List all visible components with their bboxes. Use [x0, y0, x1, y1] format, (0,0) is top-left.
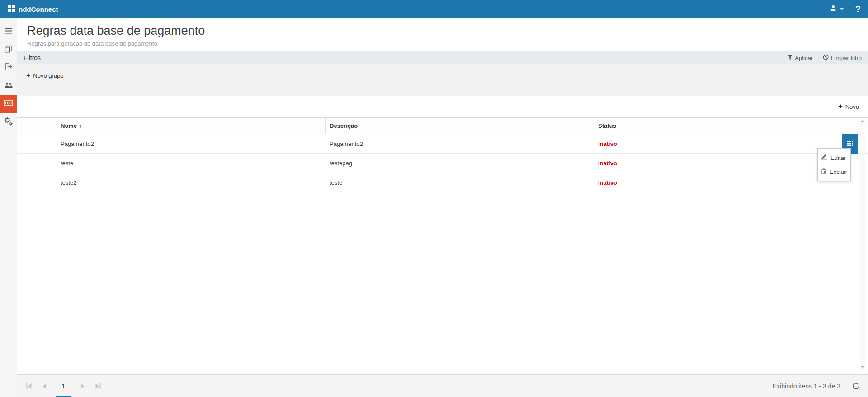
grid-toolbar: + Novo — [17, 96, 868, 117]
copy-icon — [5, 45, 12, 55]
cell-descricao: Pagamento2 — [326, 140, 594, 147]
plus-icon: + — [838, 103, 842, 110]
grid-header-row: Nome ↑ Descrição Status — [17, 118, 868, 134]
chevron-down-icon — [840, 8, 844, 10]
sidebar-item-documents[interactable] — [0, 41, 17, 59]
clear-filter-label: Limpar filtro — [831, 55, 862, 61]
pagination-bar: 1 Exibindo itens 1 - 3 de 3 — [17, 374, 868, 397]
ban-icon — [823, 54, 829, 61]
menu-item-editar-label: Editar — [830, 154, 846, 161]
cell-nome: teste2 — [57, 179, 326, 186]
sidebar-item-export[interactable] — [0, 59, 17, 77]
pager-first-button[interactable] — [25, 383, 33, 389]
data-grid: Nome ↑ Descrição Status Pagamento2 Pagam… — [17, 117, 868, 374]
page-title: Regras data base de pagamento — [27, 24, 868, 38]
brand-name: nddConnect — [19, 5, 58, 13]
sidebar-item-users[interactable] — [0, 77, 17, 95]
column-label-descricao: Descrição — [330, 122, 358, 129]
sidebar-item-payment-rules[interactable] — [0, 95, 17, 113]
edit-icon — [821, 154, 827, 162]
exit-icon — [5, 63, 12, 72]
refresh-button[interactable] — [852, 382, 860, 390]
row-context-menu: Editar Excluir — [817, 148, 851, 181]
filters-title: Filtros — [24, 54, 41, 61]
status-badge: Inativo — [598, 179, 617, 186]
menu-item-editar[interactable]: Editar — [819, 150, 849, 165]
cell-descricao: testepag — [326, 160, 594, 167]
help-button[interactable]: ? — [855, 5, 861, 14]
cell-nome: teste — [57, 160, 326, 167]
gears-icon — [4, 117, 13, 127]
status-badge: Inativo — [598, 140, 617, 147]
new-group-label: Novo grupo — [33, 72, 63, 79]
pager-prev-button[interactable] — [41, 383, 48, 389]
status-badge: Inativo — [598, 160, 617, 167]
apply-filter-button[interactable]: Aplicar — [788, 54, 813, 61]
column-header-status[interactable]: Status — [594, 118, 868, 134]
new-group-button[interactable]: + Novo grupo — [26, 72, 64, 79]
cell-descricao: teste — [326, 179, 594, 186]
table-row[interactable]: Pagamento2 Pagamento2 Inativo — [17, 134, 868, 154]
sidebar — [0, 18, 17, 397]
pager-info: Exibindo itens 1 - 3 de 3 — [773, 383, 840, 390]
clear-filter-button[interactable]: Limpar filtro — [823, 54, 862, 61]
main-content: Regras data base de pagamento Regras par… — [17, 18, 868, 397]
brand-logo[interactable]: nddConnect — [7, 4, 58, 14]
filters-body: + Novo grupo — [17, 64, 868, 96]
pager-next-button[interactable] — [79, 383, 86, 389]
vertical-scrollbar[interactable] — [860, 119, 865, 370]
banknote-icon — [4, 100, 13, 108]
table-row[interactable]: teste2 teste Inativo — [17, 173, 868, 192]
funnel-icon — [788, 55, 793, 61]
menu-item-excluir-label: Excluir — [830, 168, 847, 175]
column-header-actions — [17, 118, 57, 134]
column-label-status: Status — [598, 122, 616, 129]
column-header-descricao[interactable]: Descrição — [326, 118, 594, 134]
new-record-label: Novo — [845, 103, 859, 110]
grid-columns-icon — [847, 140, 853, 147]
plus-icon: + — [26, 72, 30, 79]
scroll-down-icon[interactable] — [861, 366, 864, 369]
sidebar-item-settings[interactable] — [0, 113, 17, 131]
scroll-up-icon[interactable] — [861, 120, 864, 122]
column-label-nome: Nome — [61, 122, 77, 129]
cell-nome: Pagamento2 — [57, 140, 326, 147]
trash-icon — [821, 168, 826, 176]
apply-filter-label: Aplicar — [795, 55, 813, 61]
pager-page-button[interactable]: 1 — [56, 375, 71, 397]
new-record-button[interactable]: + Novo — [838, 103, 859, 110]
table-row[interactable]: teste testepag Inativo — [17, 154, 868, 173]
hamburger-icon — [5, 28, 12, 36]
topbar: nddConnect ? — [0, 0, 868, 18]
sidebar-item-menu-toggle[interactable] — [0, 23, 17, 41]
pager-last-button[interactable] — [94, 383, 101, 389]
menu-item-excluir[interactable]: Excluir — [819, 165, 849, 179]
page-header: Regras data base de pagamento Regras par… — [17, 18, 868, 51]
users-icon — [5, 82, 13, 90]
column-header-nome[interactable]: Nome ↑ — [57, 118, 326, 134]
user-menu-button[interactable] — [830, 5, 844, 14]
filters-header-bar: Filtros Aplicar Limpar filtro — [17, 51, 868, 64]
page-subtitle: Regras para geração de data base de paga… — [27, 40, 868, 47]
user-icon — [830, 5, 837, 14]
sort-asc-icon: ↑ — [79, 123, 82, 129]
ndd-logo-icon — [7, 4, 15, 14]
